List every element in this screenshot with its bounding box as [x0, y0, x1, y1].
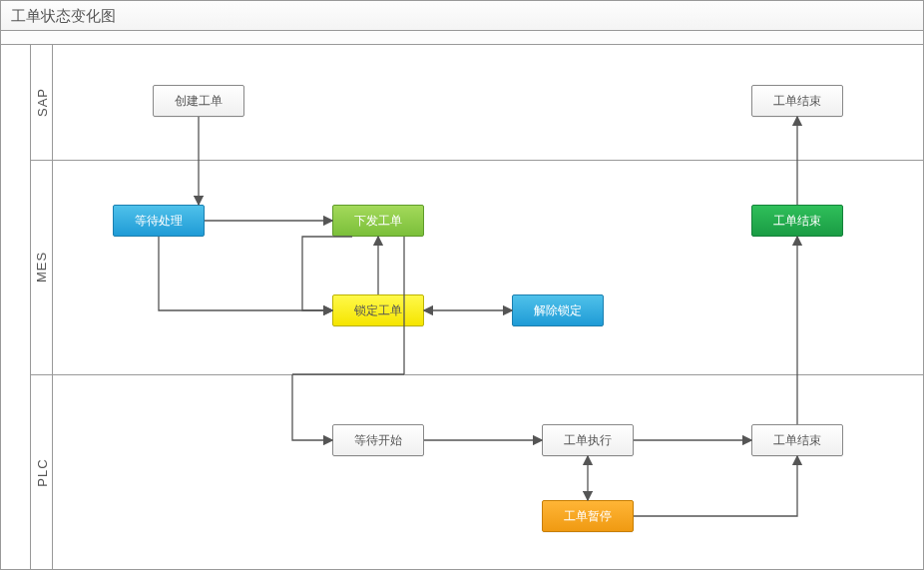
node-wait-start: 等待开始	[332, 424, 424, 456]
diagram-title: 工单状态变化图	[1, 1, 923, 31]
lane-label-text: PLC	[35, 458, 50, 486]
node-end-mes: 工单结束	[751, 205, 843, 237]
diagram-subbar	[1, 31, 923, 45]
node-end-plc: 工单结束	[751, 424, 843, 456]
edges-layer	[53, 45, 923, 569]
node-wait-process: 等待处理	[113, 205, 205, 237]
node-unlock: 解除锁定	[512, 294, 604, 326]
diagram-frame: 工单状态变化图 SAP MES PLC 创建工单 工单结束 等待处理 下发工单 …	[0, 0, 924, 570]
node-dispatch: 下发工单	[332, 205, 424, 237]
diagram-body: SAP MES PLC 创建工单 工单结束 等待处理 下发工单 锁定工单 解除锁…	[1, 45, 923, 569]
node-executing: 工单执行	[542, 424, 634, 456]
lane-label-text: MES	[35, 252, 50, 283]
diagram-canvas: 创建工单 工单结束 等待处理 下发工单 锁定工单 解除锁定 工单结束 等待开始 …	[53, 45, 923, 569]
lane-gutter	[1, 45, 31, 569]
node-end-sap: 工单结束	[751, 85, 843, 117]
lane-label-plc: PLC	[31, 374, 53, 570]
lane-label-sap: SAP	[31, 45, 53, 160]
node-pause: 工单暂停	[542, 500, 634, 532]
lane-label-mes: MES	[31, 160, 53, 374]
node-lock: 锁定工单	[332, 294, 424, 326]
lane-label-text: SAP	[35, 88, 50, 117]
node-create: 创建工单	[153, 85, 244, 117]
